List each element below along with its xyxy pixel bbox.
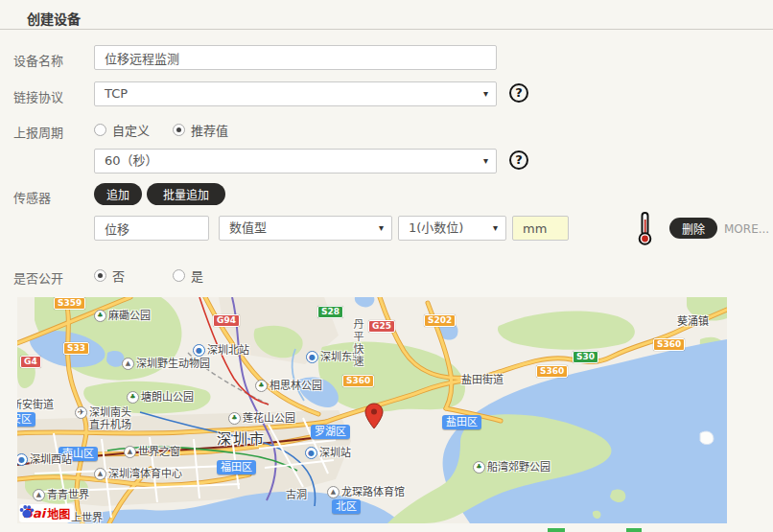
- map-poi: 深圳市: [217, 433, 266, 446]
- road-shield-G25: G25: [368, 320, 395, 333]
- radio-label: 推荐值: [191, 121, 228, 139]
- report-cycle-options[interactable]: 自定义推荐值: [94, 121, 251, 139]
- thermometer-icon: [636, 211, 654, 245]
- public-label: 是否公开: [13, 268, 92, 287]
- map-poi: 上世界: [71, 512, 103, 523]
- tree-icon: ♣: [473, 461, 485, 474]
- protocol-value: TCP: [105, 86, 128, 101]
- map-poi: 丹平快速: [351, 318, 363, 368]
- map-poi: ●深圳站: [305, 447, 351, 459]
- map-poi: ♣塘朗山公园: [127, 391, 194, 404]
- sensor-type-value: 数值型: [229, 220, 267, 235]
- map-overlay: Bai 地图 S359S33G4G94S28G25S202S360S360S30…: [17, 297, 727, 523]
- title-divider: [0, 29, 773, 30]
- map-poi: ▲青青世界: [33, 489, 89, 501]
- radio-option[interactable]: 否: [94, 266, 173, 285]
- interval-value: 60（秒）: [105, 153, 158, 168]
- sensor-unit-input[interactable]: [512, 216, 569, 241]
- delete-button[interactable]: 删除: [669, 218, 717, 239]
- device-name-input[interactable]: [94, 45, 497, 70]
- metro-icon: ●: [305, 447, 317, 459]
- map-poi: ▲龙琛路体育馆: [327, 486, 405, 498]
- batch-append-button[interactable]: 批量追加: [147, 183, 225, 205]
- district-label: 盐田区: [442, 415, 481, 429]
- tree-icon: ♣: [255, 380, 268, 392]
- more-link[interactable]: MORE...: [724, 222, 769, 236]
- map-poi: 新安街道: [17, 399, 54, 411]
- map-poi: ▲深圳野生动物园: [122, 358, 210, 370]
- device-name-label: 设备名称: [13, 51, 92, 69]
- sensor-name-input[interactable]: [94, 216, 209, 241]
- baidu-paw-icon: [19, 504, 35, 519]
- road-shield-G4: G4: [20, 356, 41, 368]
- bottom-button-sliver-right[interactable]: [626, 528, 642, 532]
- road-shield-S28: S28: [317, 306, 343, 318]
- radio-label: 自定义: [112, 121, 150, 139]
- generic-icon: ▲: [94, 468, 106, 480]
- generic-icon: ▲: [33, 489, 45, 501]
- metro-icon: ●: [306, 351, 318, 363]
- map-poi: ♣麻磡公园: [94, 310, 151, 322]
- generic-icon: ▲: [124, 446, 136, 458]
- sensor-type-select[interactable]: 数值型: [219, 216, 392, 241]
- radio-checked-icon[interactable]: [173, 124, 185, 136]
- road-shield-S202: S202: [424, 314, 456, 327]
- map-poi: ✈深圳南头直升机场: [75, 406, 131, 431]
- interval-help-icon[interactable]: ?: [509, 150, 528, 170]
- metro-icon: ●: [193, 344, 205, 357]
- radio-unchecked-icon[interactable]: [94, 124, 106, 136]
- map-poi: 葵涌镇: [677, 315, 709, 328]
- radio-label: 否: [112, 266, 125, 285]
- map-poi: 盐田街道: [461, 374, 504, 386]
- district-label: 宝安区: [17, 412, 35, 427]
- metro-icon: ●: [17, 453, 28, 466]
- bottom-button-sliver-left[interactable]: [548, 528, 565, 532]
- radio-label: 是: [191, 266, 203, 285]
- road-shield-S360: S360: [342, 375, 374, 387]
- sensor-decimals-value: 1(小数位): [409, 220, 463, 235]
- map-poi: ♣船湾郊野公园: [473, 461, 550, 474]
- map-poi: ♣莲花山公园: [228, 412, 295, 425]
- road-shield-S359: S359: [54, 297, 85, 310]
- generic-icon: ▲: [327, 486, 340, 498]
- interval-select[interactable]: 60（秒）: [94, 149, 497, 173]
- plane-icon: ✈: [75, 406, 87, 419]
- baidu-map-text: 地图: [47, 505, 70, 521]
- road-shield-S360: S360: [653, 338, 685, 351]
- map-poi: ▲深圳湾体育中心: [94, 468, 182, 480]
- radio-option[interactable]: 推荐值: [173, 121, 251, 139]
- road-shield-G94: G94: [213, 314, 240, 327]
- map-poi: ●深圳西站: [17, 453, 72, 466]
- map[interactable]: Bai 地图 S359S33G4G94S28G25S202S360S360S30…: [17, 297, 727, 523]
- map-poi: 古洞: [286, 489, 307, 501]
- radio-checked-icon[interactable]: [94, 269, 106, 282]
- generic-icon: ▲: [122, 358, 134, 370]
- protocol-help-icon[interactable]: ?: [509, 83, 528, 103]
- protocol-select[interactable]: TCP: [94, 81, 497, 106]
- protocol-label: 链接协议: [13, 87, 92, 105]
- road-shield-S33: S33: [63, 342, 89, 355]
- sensor-decimals-select[interactable]: 1(小数位): [398, 216, 506, 241]
- page-title: 创建设备: [27, 9, 81, 28]
- report-cycle-label: 上报周期: [13, 123, 92, 141]
- district-label: 福田区: [217, 460, 256, 474]
- baidu-maps-logo: Bai 地图: [19, 504, 74, 522]
- sensor-label: 传感器: [13, 188, 92, 206]
- map-poi: ▲世界之窗: [124, 446, 180, 458]
- tree-icon: ♣: [127, 391, 139, 404]
- append-button[interactable]: 追加: [94, 183, 142, 205]
- radio-unchecked-icon[interactable]: [173, 269, 185, 282]
- radio-option[interactable]: 自定义: [94, 121, 173, 139]
- radio-option[interactable]: 是: [173, 266, 251, 285]
- map-poi: ♣相思林公园: [255, 380, 322, 392]
- district-label: 北区: [332, 499, 361, 514]
- tree-icon: ♣: [94, 310, 106, 322]
- map-poi: ●深圳北站: [193, 344, 249, 357]
- district-label: 罗湖区: [311, 425, 350, 439]
- location-pin-icon[interactable]: [364, 403, 384, 429]
- public-options[interactable]: 否是: [94, 266, 251, 285]
- road-shield-S30: S30: [573, 351, 598, 363]
- road-shield-S360: S360: [536, 365, 568, 378]
- tree-icon: ♣: [228, 412, 241, 425]
